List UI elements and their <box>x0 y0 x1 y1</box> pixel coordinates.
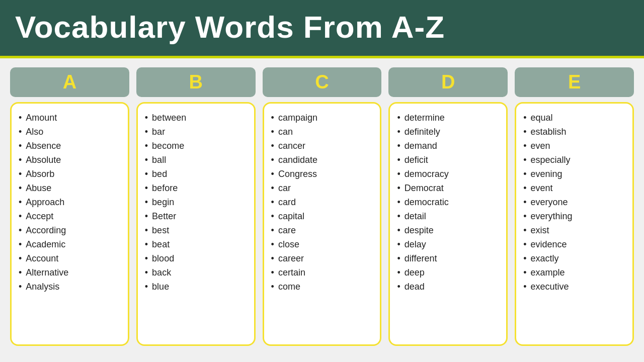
column-letter-b: B <box>189 71 202 93</box>
column-c: CcampaigncancancercandidateCongresscarca… <box>263 67 382 346</box>
list-item: Abuse <box>17 181 123 195</box>
list-item: Academic <box>17 237 123 251</box>
page-title: Vocabulary Words From A-Z <box>15 10 445 44</box>
list-item: candidate <box>269 153 375 167</box>
list-item: Also <box>17 125 123 139</box>
list-item: between <box>143 111 249 125</box>
list-item: everyone <box>521 195 627 209</box>
list-item: capital <box>269 209 375 223</box>
list-item: blood <box>143 251 249 265</box>
list-item: Absolute <box>17 153 123 167</box>
list-item: deep <box>395 265 501 280</box>
list-item: card <box>269 195 375 209</box>
list-item: exactly <box>521 251 627 265</box>
list-item: event <box>521 181 627 195</box>
list-item: ball <box>143 153 249 167</box>
list-item: dead <box>395 280 501 294</box>
header: Vocabulary Words From A-Z <box>0 0 644 58</box>
column-letter-a: A <box>63 71 76 93</box>
list-item: Congress <box>269 167 375 181</box>
column-header-b: B <box>136 67 256 97</box>
list-item: determine <box>395 111 501 125</box>
list-item: blue <box>143 280 249 294</box>
list-item: best <box>143 223 249 237</box>
list-item: evening <box>521 167 627 181</box>
list-item: begin <box>143 195 249 209</box>
list-item: exist <box>521 223 627 237</box>
list-item: Democrat <box>395 181 501 195</box>
list-item: Account <box>17 251 123 265</box>
list-item: Amount <box>17 111 123 125</box>
list-item: campaign <box>269 111 375 125</box>
word-list-box-b: betweenbarbecomeballbedbeforebeginBetter… <box>136 102 256 346</box>
column-e: Eequalestablishevenespeciallyeveningeven… <box>515 67 634 346</box>
list-item: evidence <box>521 237 627 251</box>
list-item: Absence <box>17 139 123 153</box>
column-header-e: E <box>515 67 634 97</box>
column-header-a: A <box>10 67 129 97</box>
list-item: detail <box>395 209 501 223</box>
word-list-box-a: AmountAlsoAbsenceAbsoluteAbsorbAbuseAppr… <box>10 102 129 346</box>
word-list-box-e: equalestablishevenespeciallyeveningevent… <box>515 102 634 346</box>
list-item: definitely <box>395 125 501 139</box>
list-item: career <box>269 251 375 265</box>
list-item: bed <box>143 167 249 181</box>
list-item: demand <box>395 139 501 153</box>
list-item: become <box>143 139 249 153</box>
list-item: democracy <box>395 167 501 181</box>
list-item: back <box>143 265 249 280</box>
list-item: According <box>17 223 123 237</box>
list-item: Better <box>143 209 249 223</box>
list-item: Accept <box>17 209 123 223</box>
list-item: cancer <box>269 139 375 153</box>
column-letter-c: C <box>315 71 329 93</box>
word-list-box-c: campaigncancancercandidateCongresscarcar… <box>263 102 382 346</box>
list-item: different <box>395 251 501 265</box>
word-list-e: equalestablishevenespeciallyeveningevent… <box>521 111 627 294</box>
columns-container: AAmountAlsoAbsenceAbsoluteAbsorbAbuseApp… <box>0 58 644 355</box>
list-item: certain <box>269 265 375 280</box>
list-item: equal <box>521 111 627 125</box>
list-item: Alternative <box>17 265 123 280</box>
column-letter-e: E <box>568 71 581 93</box>
list-item: care <box>269 223 375 237</box>
list-item: beat <box>143 237 249 251</box>
list-item: car <box>269 181 375 195</box>
list-item: come <box>269 280 375 294</box>
column-header-d: D <box>388 67 508 97</box>
column-a: AAmountAlsoAbsenceAbsoluteAbsorbAbuseApp… <box>10 67 129 346</box>
list-item: executive <box>521 280 627 294</box>
column-d: Ddeterminedefinitelydemanddeficitdemocra… <box>388 67 508 346</box>
list-item: delay <box>395 237 501 251</box>
list-item: example <box>521 265 627 280</box>
list-item: bar <box>143 125 249 139</box>
word-list-b: betweenbarbecomeballbedbeforebeginBetter… <box>143 111 249 294</box>
list-item: deficit <box>395 153 501 167</box>
list-item: Approach <box>17 195 123 209</box>
column-b: BbetweenbarbecomeballbedbeforebeginBette… <box>136 67 256 346</box>
column-header-c: C <box>263 67 382 97</box>
list-item: close <box>269 237 375 251</box>
list-item: establish <box>521 125 627 139</box>
word-list-a: AmountAlsoAbsenceAbsoluteAbsorbAbuseAppr… <box>17 111 123 294</box>
list-item: can <box>269 125 375 139</box>
column-letter-d: D <box>441 71 455 93</box>
list-item: democratic <box>395 195 501 209</box>
list-item: everything <box>521 209 627 223</box>
list-item: despite <box>395 223 501 237</box>
list-item: before <box>143 181 249 195</box>
list-item: Absorb <box>17 167 123 181</box>
word-list-c: campaigncancancercandidateCongresscarcar… <box>269 111 375 294</box>
word-list-d: determinedefinitelydemanddeficitdemocrac… <box>395 111 501 294</box>
list-item: especially <box>521 153 627 167</box>
word-list-box-d: determinedefinitelydemanddeficitdemocrac… <box>388 102 508 346</box>
list-item: even <box>521 139 627 153</box>
list-item: Analysis <box>17 280 123 294</box>
